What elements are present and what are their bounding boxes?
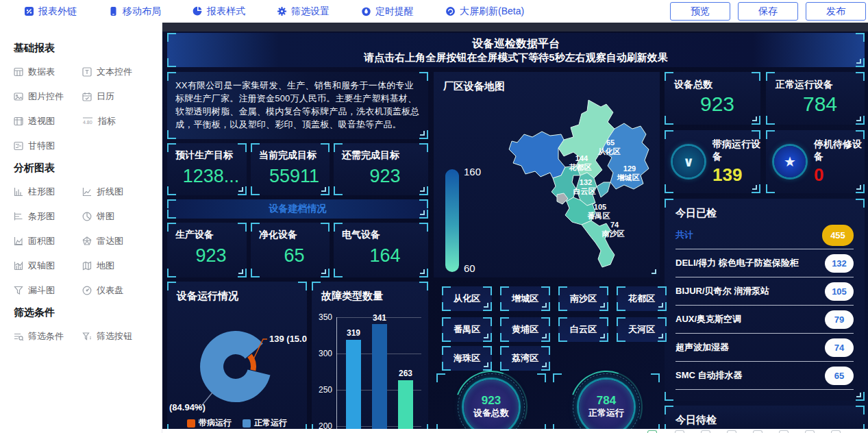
list-row[interactable]: DELI/得力 棕色电子防盗保险柜 132 [675,249,854,277]
resize-handle[interactable] [484,303,488,308]
gauge-normal-running-widget[interactable]: 784 正常运行 [553,373,660,433]
stat-card-faulty-devices[interactable]: ∨ 带病运行设备 139 [665,130,760,193]
resize-handle[interactable] [484,362,488,367]
resize-handle[interactable] [658,334,663,338]
checked-today-widget[interactable]: 今日已检 共计 455 DELI/得力 棕色电子防盗保险柜 132 BIJUR/… [665,199,865,401]
resize-handle[interactable] [420,131,425,136]
sidebar-item-filter-condition[interactable]: 筛选条件 [14,330,82,343]
map-label-name: 番禺区 [587,212,610,220]
sidebar-item-dual-axis[interactable]: 双轴图 [14,260,82,272]
sidebar-item-calendar[interactable]: 日历 [82,90,151,103]
kpi-electrical-devices[interactable]: 电气设备 164 [334,223,428,277]
resize-handle[interactable] [542,334,547,338]
sidebar-item-funnel-chart[interactable]: 漏斗图 [14,284,82,297]
publish-button[interactable]: 发布 [806,2,866,21]
toolbar-item-scheduled-reminder[interactable]: 定时提醒 [361,5,414,18]
toolbar-item-report-link[interactable]: 报表外链 [24,5,77,18]
district-button-baiyun[interactable]: 白云区 [558,317,608,342]
list-row-name: 共计 [675,229,693,241]
fault-type-bar-widget[interactable]: 故障类型数量 350 300 250 200 319 341 263 [312,282,428,433]
map-region-huadu[interactable] [509,132,565,178]
kpi-production-devices[interactable]: 生产设备 923 [167,223,247,277]
resize-handle[interactable] [420,187,425,192]
map-region-huangpu[interactable] [597,182,610,197]
sidebar-item-filter-button[interactable]: 筛选按钮 [82,330,151,343]
list-row-name: BIJUR/贝奇尔 润滑泵站 [675,285,769,297]
sidebar-item-column-chart[interactable]: 柱形图 [14,186,82,198]
resize-handle[interactable] [658,303,663,308]
stat-card-total-devices[interactable]: 设备总数 923 [665,72,760,125]
kpi-expected-production-target[interactable]: 预计生产目标 1238... [167,143,247,195]
bar-series-1[interactable] [346,340,361,433]
bar-series-2[interactable] [372,324,387,433]
guangzhou-map[interactable]: 65 从化区 144 花都区 129 增城区 132 白云区 105 番禺区 7… [493,94,657,273]
toolbar-item-label: 筛选设置 [291,5,330,18]
toolbar-item-mobile-layout[interactable]: 移动布局 [108,5,161,18]
district-button-tianhe[interactable]: 天河区 [617,317,667,342]
resize-handle[interactable] [856,393,861,397]
resize-handle[interactable] [321,187,326,192]
toolbar-item-report-style[interactable]: 报表样式 [193,5,245,18]
resize-handle[interactable] [238,269,243,274]
list-row-total[interactable]: 共计 455 [675,221,854,249]
list-row[interactable]: SMC 自动排水器 65 [675,362,854,390]
resize-handle[interactable] [542,303,547,308]
sidebar-item-data-table[interactable]: 数据表 [14,66,82,78]
district-button-panyu[interactable]: 番禺区 [442,317,492,342]
save-button[interactable]: 保存 [738,2,798,21]
sidebar-item-line-chart[interactable]: 折线图 [82,186,151,198]
device-archive-banner[interactable]: 设备建档情况 [167,199,428,219]
resize-handle[interactable] [600,303,605,308]
company-intro-widget[interactable]: XX有限公司是一家集研发、生产、销售和服务于一体的专业标牌生产厂家。注册资金50… [167,72,428,139]
sidebar-item-bar-chart[interactable]: 条形图 [14,210,82,223]
kpi-purification-devices[interactable]: 净化设备 65 [251,223,330,277]
list-row[interactable]: AUX/奥克斯空调 79 [675,306,854,334]
bar-series-3[interactable] [398,380,413,433]
resize-handle[interactable] [420,269,425,274]
district-button-huadu[interactable]: 花都区 [617,286,667,311]
sidebar-item-map[interactable]: 地图 [82,260,151,272]
district-button-zengcheng[interactable]: 增城区 [500,286,550,311]
district-label: 荔湾区 [512,352,538,364]
resize-handle[interactable] [420,210,425,215]
sidebar-item-text-widget[interactable]: 文本控件 [82,66,151,78]
sidebar-item-indicator[interactable]: 4.80 指标 [82,115,151,127]
sidebar-item-gauge[interactable]: 仪表盘 [82,284,151,297]
stat-card-normal-devices[interactable]: 正常运行设备 784 [766,72,865,125]
toolbar-item-screen-refresh[interactable]: 大屏刷新(Beta) [445,5,524,18]
sidebar-item-gantt[interactable]: 甘特图 [14,140,82,152]
resize-handle[interactable] [542,362,547,367]
district-button-nansha[interactable]: 南沙区 [558,286,608,311]
sidebar-item-radar-chart[interactable]: 雷达图 [82,235,151,247]
dashboard-header-widget[interactable]: 设备巡检数据平台 请点击右上角全屏按钮在全屏模式下等待5秒左右观察自动刷新效果 [167,33,865,67]
sidebar-item-pie-chart[interactable]: 饼图 [82,210,151,223]
kpi-remaining-target[interactable]: 还需完成目标 923 [334,143,428,195]
list-row[interactable]: 超声波加湿器 74 [675,334,854,362]
district-button-haizhu[interactable]: 海珠区 [442,346,492,371]
legend-item[interactable]: 带病运行 [187,417,232,429]
stat-label: 带病运行设备 [712,138,760,163]
gauge-total-devices-widget[interactable]: 923 设备总数 [436,373,546,433]
resize-handle[interactable] [238,187,243,192]
district-button-conghua[interactable]: 从化区 [442,286,492,311]
factory-map-widget[interactable]: 厂区设备地图 160 60 65 从化区 144 花都区 129 增城区 132… [434,72,660,277]
resize-handle[interactable] [484,334,488,338]
legend-item[interactable]: 正常运行 [243,417,287,429]
preview-button[interactable]: 预览 [670,2,730,21]
kpi-current-completed-target[interactable]: 当前完成目标 55911 [251,143,330,195]
resize-handle[interactable] [321,269,326,274]
sidebar-item-image-widget[interactable]: 图片控件 [14,90,82,103]
device-status-donut-widget[interactable]: 设备运行情况 139 (15.0 (84.94%) 带病运行 正常运行 [167,282,307,433]
sidebar-item-area-chart[interactable]: 面积图 [14,235,82,247]
resize-handle[interactable] [752,116,757,121]
resize-handle[interactable] [600,334,605,338]
map-region-nansha[interactable] [582,221,615,267]
district-button-liwan[interactable]: 荔湾区 [500,346,550,371]
list-row[interactable]: BIJUR/贝奇尔 润滑泵站 105 [675,277,854,306]
resize-handle[interactable] [856,116,861,121]
stat-card-stopped-devices[interactable]: ★ 停机待修设备 0 [766,130,865,193]
district-button-huangpu[interactable]: 黄埔区 [500,317,550,342]
donut-legend: 带病运行 正常运行 [167,417,307,429]
sidebar-item-pivot[interactable]: 透视图 [14,115,82,127]
toolbar-item-filter-settings[interactable]: 筛选设置 [277,5,330,18]
